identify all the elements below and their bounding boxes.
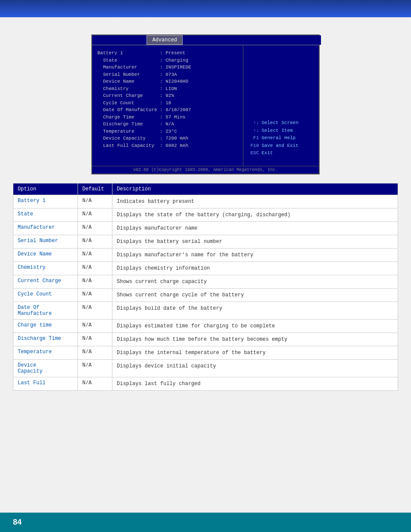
- cell-option: Device Capacity: [13, 360, 78, 377]
- cell-default: N/A: [78, 289, 112, 302]
- bios-label: Battery 1: [97, 50, 160, 57]
- cell-default: N/A: [78, 333, 112, 346]
- bios-tab-advanced[interactable]: Advanced: [146, 35, 183, 45]
- cell-default: N/A: [78, 195, 112, 208]
- table-row: Cycle CountN/AShows current charge cycle…: [13, 289, 398, 302]
- cell-default: N/A: [78, 302, 112, 319]
- bios-value: : 57 Mins: [160, 114, 185, 121]
- cell-default: N/A: [78, 222, 112, 235]
- bios-key-select-item: ↑↓ Select Item: [247, 127, 315, 135]
- bios-row-lastfull: Last Full Capacity : 6982 mAh: [97, 142, 238, 149]
- table-row: Device NameN/ADisplays manufacturer's na…: [13, 249, 398, 262]
- reference-table: Option Default Description Battery 1N/AI…: [13, 183, 398, 391]
- bios-key-f10: F10 Save and Exit: [247, 142, 315, 150]
- save-exit-label: Save and Exit: [262, 142, 299, 150]
- cell-option: Date Of Manufacture: [13, 302, 78, 319]
- bios-info-panel: Battery 1 : Present State : Charging Man…: [92, 45, 243, 166]
- bios-value: : 7200 mAh: [160, 135, 188, 142]
- cell-option: Cycle Count: [13, 289, 78, 302]
- select-screen-label: Select Screen: [262, 119, 299, 127]
- bios-tab-inactive-2: [183, 35, 321, 45]
- bios-value: : 073A: [160, 71, 177, 78]
- bios-key-f1: F1 General Help: [247, 134, 315, 142]
- select-item-label: Select Item: [262, 127, 293, 135]
- table-row: Discharge TimeN/ADisplays how much time …: [13, 333, 398, 346]
- bios-value: : LION: [160, 85, 177, 93]
- bios-label: Device Name: [97, 78, 160, 85]
- table-row: Last FullN/ADisplays last fully charged: [13, 377, 398, 390]
- bios-label: Manufacturer: [97, 64, 160, 71]
- bios-body: Battery 1 : Present State : Charging Man…: [92, 45, 319, 166]
- bios-row-devname: Device Name : NI2040HD: [97, 78, 238, 85]
- cell-default: N/A: [78, 235, 112, 248]
- bottom-bar: 84: [0, 513, 411, 532]
- cell-default: N/A: [78, 346, 112, 359]
- cell-default: N/A: [78, 360, 112, 377]
- cell-default: N/A: [78, 275, 112, 288]
- bios-key-esc: ESC Exit: [247, 149, 315, 157]
- table-row: Current ChargeN/AShows current charge ca…: [13, 275, 398, 289]
- cell-option: Chemistry: [13, 262, 78, 275]
- cell-description: Displays chemistry information: [112, 262, 398, 275]
- cell-default: N/A: [78, 249, 112, 261]
- top-bar: [0, 0, 411, 17]
- bios-value: : 10: [160, 100, 171, 107]
- bios-value: : Charging: [160, 57, 188, 64]
- bios-row-currcharge: Current Charge : 92%: [97, 92, 238, 100]
- cell-option: Charge time: [13, 320, 78, 333]
- bios-row-dischargetime: Discharge Time : N/A: [97, 121, 238, 128]
- table-header: Option Default Description: [13, 184, 398, 195]
- bios-row-serial: Serial Number : 073A: [97, 71, 238, 78]
- table-row: TemperatureN/ADisplays the internal temp…: [13, 346, 398, 360]
- bios-screenshot: Advanced Battery 1 : Present State : Cha…: [91, 34, 320, 174]
- cell-description: Displays device initial capacity: [112, 360, 398, 377]
- cell-option: State: [13, 208, 78, 221]
- esc-key: ESC: [247, 149, 259, 157]
- cell-default: N/A: [78, 377, 112, 390]
- bios-label: Temperature: [97, 128, 160, 135]
- bios-row-devcap: Device Capacity : 7200 mAh: [97, 135, 238, 142]
- bios-row-dom: Date Of Manufacture : 9/18/2007: [97, 106, 238, 114]
- bios-value: : 9/18/2007: [160, 106, 191, 114]
- bios-label: Current Charge: [97, 92, 160, 100]
- arrow-icon: ↑↓: [247, 119, 259, 127]
- main-content: Advanced Battery 1 : Present State : Cha…: [13, 26, 398, 399]
- cell-option: Device Name: [13, 249, 78, 261]
- cell-description: Displays the internal temperature of the…: [112, 346, 398, 359]
- cell-description: Displays how much time before the batter…: [112, 333, 398, 346]
- cell-description: Displays the state of the battery (charg…: [112, 208, 398, 221]
- table-row: Serial NumberN/ADisplays the battery ser…: [13, 235, 398, 249]
- cell-default: N/A: [78, 320, 112, 333]
- cell-option: Discharge Time: [13, 333, 78, 346]
- table-row: Charge timeN/ADisplays estimated time fo…: [13, 320, 398, 333]
- bios-value: : NI2040HD: [160, 78, 188, 85]
- cell-description: Indicates battery present: [112, 195, 398, 208]
- f1-key: F1: [247, 134, 259, 142]
- cell-description: Displays estimated time for charging to …: [112, 320, 398, 333]
- cell-description: Shows current charge capacity: [112, 275, 398, 288]
- cell-option: Last Full: [13, 377, 78, 390]
- bios-label: Device Capacity: [97, 135, 160, 142]
- table-row: Device CapacityN/ADisplays device initia…: [13, 360, 398, 377]
- bios-row-chemistry: Chemistry : LION: [97, 85, 238, 93]
- bios-label: Cycle Count: [97, 100, 160, 107]
- table-row: ManufacturerN/ADisplays manufacturer nam…: [13, 222, 398, 235]
- bios-label: Serial Number: [97, 71, 160, 78]
- table-rows-container: Battery 1N/AIndicates battery presentSta…: [13, 195, 398, 390]
- f10-key: F10: [247, 142, 259, 150]
- bios-label: Discharge Time: [97, 121, 160, 128]
- table-row: Battery 1N/AIndicates battery present: [13, 195, 398, 208]
- cell-option: Current Charge: [13, 275, 78, 288]
- cell-description: Displays the battery serial number: [112, 235, 398, 248]
- cell-default: N/A: [78, 262, 112, 275]
- bios-label: State: [97, 57, 160, 64]
- bios-key-select-screen: ↑↓ Select Screen: [247, 119, 315, 127]
- cell-option: Manufacturer: [13, 222, 78, 235]
- cell-option: Temperature: [13, 346, 78, 359]
- arrow-icon-2: ↑↓: [247, 127, 259, 135]
- cell-default: N/A: [78, 208, 112, 221]
- bios-tab-inactive-1: [92, 35, 146, 45]
- cell-option: Serial Number: [13, 235, 78, 248]
- bios-value: : 6982 mAh: [160, 142, 188, 149]
- cell-description: Displays manufacturer name: [112, 222, 398, 235]
